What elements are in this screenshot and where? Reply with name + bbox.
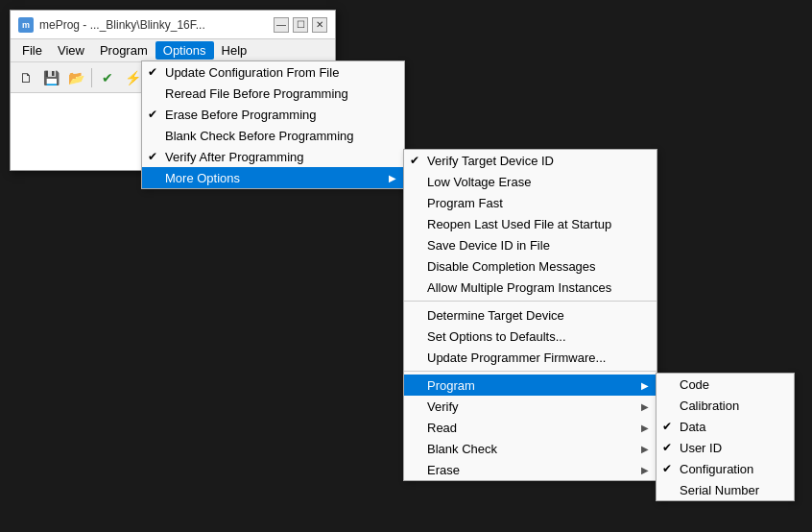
- allow-multiple-label: Allow Multiple Program Instances: [427, 280, 611, 295]
- more-options-item[interactable]: More Options ▶: [142, 167, 404, 188]
- options-dropdown: ✔ Update Configuration From File Reread …: [141, 60, 405, 189]
- program-sub-label: Program: [427, 378, 475, 393]
- update-firmware-item[interactable]: Update Programmer Firmware...: [404, 347, 657, 368]
- more-options-arrow: ▶: [389, 173, 396, 183]
- save-button[interactable]: 💾: [39, 66, 62, 89]
- verify-after-label: Verify After Programming: [165, 150, 304, 164]
- configuration-check: ✔: [662, 462, 672, 475]
- menu-program[interactable]: Program: [92, 41, 155, 60]
- disable-completion-item[interactable]: Disable Completion Messages: [404, 255, 657, 277]
- toolbar-separator-1: [91, 68, 92, 87]
- blank-check-sub-label: Blank Check: [427, 442, 497, 456]
- title-bar-left: m meProg - ..._Blinky\Blinky_16F...: [18, 17, 205, 33]
- data-label: Data: [680, 420, 705, 434]
- maximize-button[interactable]: ☐: [293, 17, 308, 33]
- app-icon: m: [18, 17, 34, 33]
- set-defaults-label: Set Options to Defaults...: [427, 329, 566, 344]
- window-title: meProg - ..._Blinky\Blinky_16F...: [39, 18, 205, 32]
- allow-multiple-item[interactable]: Allow Multiple Program Instances: [404, 277, 657, 298]
- configuration-label: Configuration: [680, 462, 753, 476]
- blank-check-arrow: ▶: [641, 444, 649, 454]
- program-fast-item[interactable]: Program Fast: [404, 192, 657, 213]
- serial-number-label: Serial Number: [680, 483, 759, 497]
- save-device-label: Save Device ID in File: [427, 238, 550, 253]
- user-id-item[interactable]: ✔ User ID: [657, 437, 794, 458]
- verify-target-check: ✔: [410, 154, 419, 167]
- set-defaults-item[interactable]: Set Options to Defaults...: [404, 326, 657, 347]
- erase-before-item[interactable]: ✔ Erase Before Programming: [142, 104, 404, 125]
- configuration-item[interactable]: ✔ Configuration: [657, 458, 794, 479]
- determine-target-item[interactable]: Determine Target Device: [404, 304, 657, 326]
- verify-button[interactable]: ✔: [96, 66, 119, 89]
- calibration-item[interactable]: Calibration: [657, 395, 794, 416]
- update-config-check: ✔: [148, 65, 157, 79]
- blank-check-label: Blank Check Before Programming: [165, 129, 354, 143]
- separator-2: [404, 371, 657, 372]
- close-button[interactable]: ✕: [312, 17, 327, 33]
- reopen-last-item[interactable]: Reopen Last Used File at Startup: [404, 213, 657, 234]
- update-config-label: Update Configuration From File: [165, 65, 339, 80]
- read-arrow: ▶: [641, 423, 649, 433]
- blank-check-sub-item[interactable]: Blank Check ▶: [404, 438, 657, 459]
- user-id-check: ✔: [662, 441, 672, 454]
- erase-arrow: ▶: [641, 465, 649, 475]
- blank-check-item[interactable]: Blank Check Before Programming: [142, 125, 404, 146]
- reread-file-item[interactable]: Reread File Before Programming: [142, 83, 404, 104]
- user-id-label: User ID: [680, 441, 722, 455]
- program-sub-item[interactable]: Program ▶: [404, 375, 657, 396]
- open-button[interactable]: 📂: [64, 66, 87, 89]
- program-submenu: Code Calibration ✔ Data ✔ User ID ✔ Conf…: [656, 373, 795, 501]
- low-voltage-item[interactable]: Low Voltage Erase: [404, 171, 657, 192]
- menu-options[interactable]: Options: [155, 41, 214, 60]
- separator-1: [404, 301, 657, 302]
- verify-after-check: ✔: [148, 150, 157, 163]
- disable-completion-label: Disable Completion Messages: [427, 259, 596, 274]
- code-label: Code: [680, 377, 709, 392]
- read-sub-label: Read: [427, 421, 457, 435]
- minimize-button[interactable]: —: [274, 17, 289, 33]
- verify-sub-label: Verify: [427, 399, 459, 414]
- menu-file[interactable]: File: [14, 41, 50, 60]
- program-fast-label: Program Fast: [427, 196, 503, 210]
- new-file-button[interactable]: 🗋: [14, 66, 37, 89]
- erase-sub-item[interactable]: Erase ▶: [404, 459, 657, 480]
- erase-before-label: Erase Before Programming: [165, 108, 317, 122]
- title-bar: m meProg - ..._Blinky\Blinky_16F... — ☐ …: [11, 11, 335, 39]
- read-sub-item[interactable]: Read ▶: [404, 417, 657, 438]
- menu-help[interactable]: Help: [214, 41, 255, 60]
- save-device-item[interactable]: Save Device ID in File: [404, 234, 657, 255]
- serial-number-item[interactable]: Serial Number: [657, 479, 794, 500]
- update-config-item[interactable]: ✔ Update Configuration From File: [142, 61, 404, 83]
- data-item[interactable]: ✔ Data: [657, 416, 794, 437]
- erase-before-check: ✔: [148, 108, 157, 121]
- code-item[interactable]: Code: [657, 374, 794, 395]
- erase-sub-label: Erase: [427, 463, 460, 477]
- program-arrow: ▶: [641, 380, 649, 391]
- update-firmware-label: Update Programmer Firmware...: [427, 351, 606, 365]
- menu-bar: File View Program Options Help: [11, 39, 335, 62]
- reread-file-label: Reread File Before Programming: [165, 86, 348, 101]
- determine-target-label: Determine Target Device: [427, 308, 564, 323]
- verify-target-item[interactable]: ✔ Verify Target Device ID: [404, 150, 657, 171]
- calibration-label: Calibration: [680, 399, 739, 413]
- menu-view[interactable]: View: [50, 41, 92, 60]
- verify-after-item[interactable]: ✔ Verify After Programming: [142, 146, 404, 167]
- verify-target-label: Verify Target Device ID: [427, 154, 554, 168]
- more-options-label: More Options: [165, 171, 240, 185]
- verify-arrow: ▶: [641, 401, 649, 412]
- more-options-submenu: ✔ Verify Target Device ID Low Voltage Er…: [403, 149, 657, 481]
- verify-sub-item[interactable]: Verify ▶: [404, 396, 657, 417]
- title-bar-controls: — ☐ ✕: [274, 17, 327, 33]
- data-check: ✔: [662, 420, 672, 433]
- reopen-last-label: Reopen Last Used File at Startup: [427, 217, 611, 231]
- low-voltage-label: Low Voltage Erase: [427, 175, 531, 189]
